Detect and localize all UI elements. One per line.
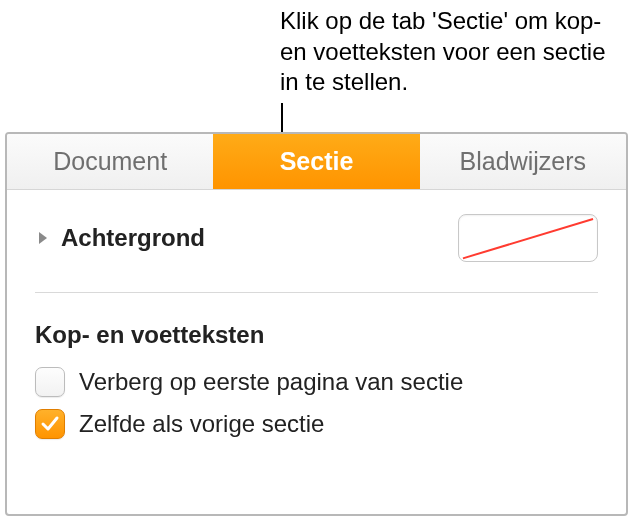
same-as-previous-row: Zelfde als vorige sectie	[35, 409, 598, 439]
tab-document[interactable]: Document	[7, 134, 213, 189]
inspector-panel: Document Sectie Bladwijzers Achtergrond …	[5, 132, 628, 516]
tab-sectie[interactable]: Sectie	[213, 134, 419, 189]
hide-first-page-checkbox[interactable]	[35, 367, 65, 397]
background-label: Achtergrond	[61, 224, 205, 252]
tab-bar: Document Sectie Bladwijzers	[7, 134, 626, 190]
same-as-previous-label: Zelfde als vorige sectie	[79, 410, 324, 438]
background-row: Achtergrond	[35, 214, 598, 262]
section-body: Achtergrond Kop- en voetteksten Verberg …	[7, 190, 626, 471]
hide-first-page-row: Verberg op eerste pagina van sectie	[35, 367, 598, 397]
tab-bladwijzers[interactable]: Bladwijzers	[420, 134, 626, 189]
divider	[35, 292, 598, 293]
chevron-right-icon[interactable]	[35, 230, 51, 246]
background-color-well[interactable]	[458, 214, 598, 262]
svg-line-0	[463, 219, 593, 258]
hide-first-page-label: Verberg op eerste pagina van sectie	[79, 368, 463, 396]
headers-footers-title: Kop- en voetteksten	[35, 321, 598, 349]
same-as-previous-checkbox[interactable]	[35, 409, 65, 439]
callout-text: Klik op de tab 'Sectie' om kop- en voett…	[280, 6, 613, 98]
callout-leader-line	[281, 103, 283, 133]
